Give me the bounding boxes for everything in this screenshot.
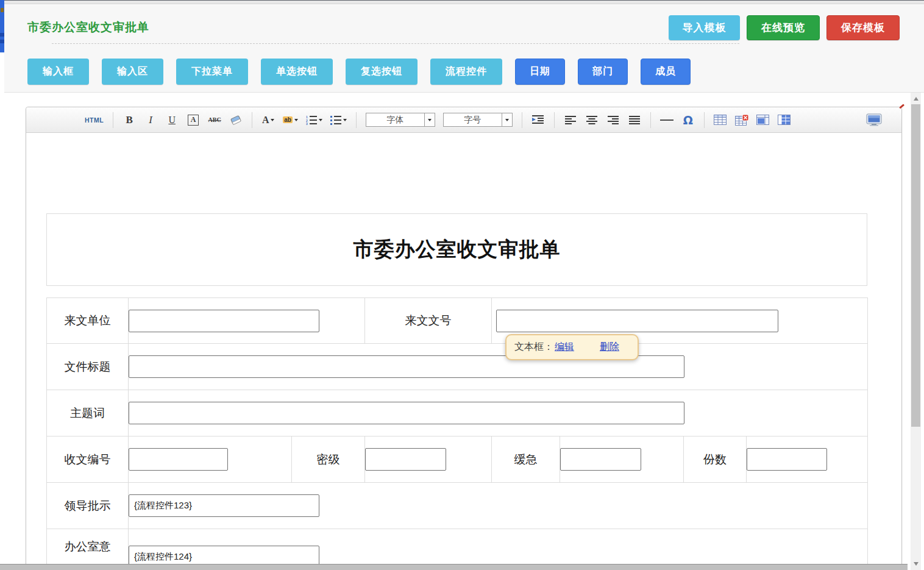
cell-properties-button[interactable]	[778, 112, 791, 128]
header: 市委办公室收文审批单 导入模板 在线预览 保存模板 输入框 输入区 下拉菜单 单…	[4, 5, 924, 93]
align-center-button[interactable]	[585, 112, 599, 128]
font-family-select[interactable]: 字体	[366, 113, 435, 127]
indent-button[interactable]	[531, 112, 545, 128]
indent-icon	[532, 115, 544, 124]
editor-toolbar: HTML B I U A ABC A ab	[26, 107, 901, 133]
html-source-button[interactable]: HTML	[85, 112, 104, 128]
toolbar-separator	[554, 112, 555, 128]
vertical-scrollbar[interactable]	[911, 93, 921, 570]
chevron-down-icon	[271, 119, 274, 121]
scrollbar-thumb[interactable]	[911, 104, 920, 427]
window-top-strip	[0, 1, 924, 4]
palette-input-area-button[interactable]: 输入区	[102, 59, 163, 85]
chevron-down-icon	[294, 119, 298, 121]
import-template-button[interactable]: 导入模板	[669, 15, 740, 40]
online-preview-button[interactable]: 在线预览	[747, 15, 820, 40]
table-properties-icon	[756, 115, 769, 125]
underline-button[interactable]: U	[165, 112, 179, 128]
shouwenbianhao-input[interactable]	[129, 448, 228, 471]
scroll-up-button[interactable]	[911, 94, 921, 104]
laiwenwenhao-input[interactable]	[496, 310, 778, 332]
left-edge-panel-fragment	[0, 0, 4, 52]
highlight-color-button[interactable]: ab	[283, 112, 298, 128]
select-dropdown-button[interactable]	[502, 113, 512, 126]
tooltip-label: 文本框：	[514, 341, 553, 354]
align-right-button[interactable]	[606, 112, 620, 128]
strikethrough-button[interactable]: ABC	[208, 112, 221, 128]
field-label-laiwendanwei: 来文单位	[47, 298, 129, 344]
edit-link[interactable]: 编辑	[555, 341, 574, 354]
chevron-down-icon	[319, 119, 322, 121]
table-row: 文件标题	[47, 344, 868, 390]
field-label-fenshu: 份数	[684, 436, 747, 483]
chevron-down-icon	[343, 119, 347, 121]
zhutici-input[interactable]	[129, 402, 684, 424]
bullet-list-button[interactable]	[330, 112, 347, 128]
font-family-label: 字体	[366, 115, 424, 126]
form-title-cell: 市委办公室收文审批单	[46, 213, 867, 286]
ordered-list-button[interactable]: 1 2 3	[306, 112, 322, 128]
delete-table-icon	[735, 115, 748, 126]
left-edge-mark	[1, 8, 4, 12]
table-row: 主题词	[47, 390, 868, 436]
palette-radio-button[interactable]: 单选按钮	[261, 59, 333, 85]
save-template-button[interactable]: 保存模板	[826, 15, 900, 40]
font-color-button[interactable]: A	[261, 112, 275, 128]
palette-checkbox-button[interactable]: 复选按钮	[346, 59, 418, 85]
remove-format-button[interactable]	[229, 112, 243, 128]
miji-input[interactable]	[365, 448, 446, 471]
table-row: 来文单位 来文文号	[47, 298, 868, 344]
palette-date-button[interactable]: 日期	[515, 59, 565, 85]
lingdaopishi-input[interactable]	[129, 494, 319, 517]
font-size-select[interactable]: 字号	[443, 113, 513, 127]
palette-department-button[interactable]: 部门	[578, 59, 628, 85]
boxed-a-icon: A	[188, 115, 199, 126]
bold-button[interactable]: B	[123, 112, 136, 128]
table-properties-button[interactable]	[756, 112, 770, 128]
chevron-down-icon	[505, 119, 509, 121]
palette-dropdown-button[interactable]: 下拉菜单	[176, 59, 248, 85]
toolbar-separator	[704, 112, 705, 128]
horizontal-rule-icon	[660, 119, 673, 121]
screen: 市委办公室收文审批单 导入模板 在线预览 保存模板 输入框 输入区 下拉菜单 单…	[0, 0, 924, 570]
font-size-label: 字号	[444, 115, 502, 126]
field-label-lingdaopishi: 领导批示	[47, 483, 129, 529]
palette-member-button[interactable]: 成员	[641, 59, 691, 85]
eraser-icon	[230, 115, 242, 126]
insert-table-button[interactable]	[714, 112, 727, 128]
rich-text-editor: HTML B I U A ABC A ab	[26, 107, 902, 570]
align-left-icon	[565, 116, 576, 124]
italic-button[interactable]: I	[144, 112, 157, 128]
select-dropdown-button[interactable]	[424, 113, 435, 126]
align-left-button[interactable]	[564, 112, 577, 128]
field-label-laiwenwenhao: 来文文号	[365, 298, 492, 344]
arrow-up-icon	[914, 97, 919, 101]
huanji-input[interactable]	[560, 448, 641, 471]
svg-text:3: 3	[306, 122, 308, 125]
horizontal-rule-button[interactable]	[660, 112, 673, 128]
special-char-button[interactable]: Ω	[681, 112, 695, 128]
field-label-wenjianbiaoti: 文件标题	[47, 344, 129, 390]
border-text-button[interactable]: A	[187, 112, 200, 128]
delete-link[interactable]: 删除	[600, 341, 619, 354]
table-row: 领导批示	[47, 483, 868, 529]
highlight-icon: ab	[283, 116, 293, 123]
palette-flow-control-button[interactable]: 流程控件	[430, 59, 502, 85]
editor-canvas[interactable]: 市委办公室收文审批单 来文单位 来文文号 文件标题 主	[26, 133, 901, 570]
maximize-button[interactable]	[866, 112, 882, 128]
align-justify-button[interactable]	[628, 112, 641, 128]
cell-properties-icon	[778, 115, 791, 125]
align-center-icon	[586, 116, 597, 124]
palette-input-box-button[interactable]: 输入框	[27, 59, 89, 85]
component-palette: 输入框 输入区 下拉菜单 单选按钮 复选按钮 流程控件 日期 部门 成员	[27, 59, 691, 85]
scroll-down-button[interactable]	[911, 559, 921, 569]
laiwendanwei-input[interactable]	[129, 310, 319, 332]
align-justify-icon	[629, 116, 640, 124]
table-row: 收文编号 密级 缓急 份数	[47, 436, 868, 483]
delete-table-button[interactable]	[735, 112, 748, 128]
toolbar-separator	[113, 112, 113, 128]
fenshu-input[interactable]	[747, 448, 827, 471]
left-edge-mark	[0, 33, 4, 37]
monitor-icon	[866, 113, 882, 126]
left-edge-mark	[0, 40, 4, 43]
